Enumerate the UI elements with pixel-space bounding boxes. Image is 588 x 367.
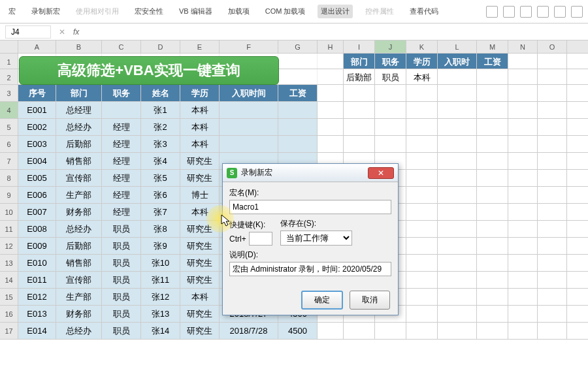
desc-input[interactable]: [229, 262, 391, 276]
cell-A6[interactable]: E003: [18, 136, 56, 152]
row-header-10[interactable]: 10: [0, 204, 18, 220]
cell-D14[interactable]: 张11: [141, 272, 180, 288]
cell-B17[interactable]: 总经办: [56, 323, 102, 339]
cell-B12[interactable]: 后勤部: [56, 238, 102, 254]
cell-H2[interactable]: [318, 69, 344, 84]
cell-C16[interactable]: 职员: [102, 306, 141, 322]
cell-O16[interactable]: [538, 306, 567, 322]
cell-J17[interactable]: [375, 323, 406, 339]
cell-K17[interactable]: [406, 323, 438, 339]
cell-M9[interactable]: [477, 187, 508, 203]
formula-input[interactable]: [87, 25, 583, 39]
cell-B6[interactable]: 后勤部: [56, 136, 102, 152]
ribbon-vb-editor[interactable]: VB 编辑器: [176, 5, 216, 18]
cell-I5[interactable]: [344, 119, 375, 135]
cell-D10[interactable]: 张7: [141, 204, 180, 220]
cell-J5[interactable]: [375, 119, 406, 135]
cell-B13[interactable]: 销售部: [56, 255, 102, 271]
cell-K5[interactable]: [406, 119, 438, 135]
cell-N10[interactable]: [508, 204, 538, 220]
select-all-corner[interactable]: [0, 40, 18, 53]
col-header-I[interactable]: I: [344, 40, 375, 53]
cell-N13[interactable]: [508, 255, 538, 271]
cell-L14[interactable]: [438, 272, 477, 288]
cell-O1[interactable]: [538, 54, 567, 69]
cell-M14[interactable]: [477, 272, 508, 288]
cell-E4[interactable]: 本科: [180, 102, 220, 118]
cancel-icon[interactable]: ✕: [59, 27, 65, 37]
cell-E14[interactable]: 研究生: [180, 272, 220, 288]
cell-E16[interactable]: 研究生: [180, 306, 220, 322]
cell-M6[interactable]: [477, 136, 508, 152]
cell-K2[interactable]: 本科: [406, 69, 438, 84]
cell-L6[interactable]: [438, 136, 477, 152]
cell-K7[interactable]: [406, 153, 438, 169]
cell-N8[interactable]: [508, 170, 538, 186]
cell-A7[interactable]: E004: [18, 153, 56, 169]
cell-C5[interactable]: 经理: [102, 119, 141, 135]
ribbon-addins[interactable]: 加载项: [225, 5, 253, 18]
macro-name-input[interactable]: [229, 200, 391, 214]
cell-I3[interactable]: [344, 85, 375, 101]
cell-H4[interactable]: [318, 102, 344, 118]
row-header-7[interactable]: 7: [0, 153, 18, 169]
cell-C6[interactable]: 经理: [102, 136, 141, 152]
cell-A12[interactable]: E009: [18, 238, 56, 254]
ribbon-macro[interactable]: 宏: [5, 5, 19, 18]
cell-A8[interactable]: E005: [18, 170, 56, 186]
col-header-C[interactable]: C: [102, 40, 141, 53]
cell-M3[interactable]: [477, 85, 508, 101]
cell-A9[interactable]: E006: [18, 187, 56, 203]
cell-B14[interactable]: 宣传部: [56, 272, 102, 288]
cell-G4[interactable]: [278, 102, 318, 118]
cell-O9[interactable]: [538, 187, 567, 203]
dialog-close-button[interactable]: ✕: [368, 167, 394, 179]
cell-N3[interactable]: [508, 85, 538, 101]
cell-A10[interactable]: E007: [18, 204, 56, 220]
cell-O10[interactable]: [538, 204, 567, 220]
cell-A4[interactable]: E001: [18, 102, 56, 118]
view-icon-2[interactable]: [503, 6, 515, 18]
cell-C15[interactable]: 职员: [102, 289, 141, 305]
row-header-17[interactable]: 17: [0, 323, 18, 339]
cell-F3[interactable]: 入职时间: [220, 85, 278, 101]
cell-G5[interactable]: [278, 119, 318, 135]
col-header-A[interactable]: A: [18, 40, 56, 53]
view-icon-1[interactable]: [486, 6, 498, 18]
cell-E5[interactable]: 本科: [180, 119, 220, 135]
cell-E8[interactable]: 研究生: [180, 170, 220, 186]
cell-E17[interactable]: 研究生: [180, 323, 220, 339]
cell-D3[interactable]: 姓名: [141, 85, 180, 101]
cell-L12[interactable]: [438, 238, 477, 254]
cell-D4[interactable]: 张1: [141, 102, 180, 118]
cell-M13[interactable]: [477, 255, 508, 271]
cell-N17[interactable]: [508, 323, 538, 339]
cell-G2[interactable]: [278, 69, 318, 84]
row-header-9[interactable]: 9: [0, 187, 18, 203]
shortcut-input[interactable]: [249, 232, 272, 246]
ribbon-view-code[interactable]: 查看代码: [406, 5, 442, 18]
cell-M7[interactable]: [477, 153, 508, 169]
row-header-15[interactable]: 15: [0, 289, 18, 305]
cell-O12[interactable]: [538, 238, 567, 254]
cell-K8[interactable]: [406, 170, 438, 186]
row-header-11[interactable]: 11: [0, 221, 18, 237]
cell-L16[interactable]: [438, 306, 477, 322]
row-header-12[interactable]: 12: [0, 238, 18, 254]
cell-A14[interactable]: E011: [18, 272, 56, 288]
cell-B8[interactable]: 宣传部: [56, 170, 102, 186]
col-header-B[interactable]: B: [56, 40, 102, 53]
cell-K13[interactable]: [406, 255, 438, 271]
cell-K15[interactable]: [406, 289, 438, 305]
cell-I17[interactable]: [344, 323, 375, 339]
cell-M5[interactable]: [477, 119, 508, 135]
dialog-titlebar[interactable]: S 录制新宏 ✕: [223, 164, 398, 182]
cell-O2[interactable]: [538, 69, 567, 84]
ribbon-record-macro[interactable]: 录制新宏: [28, 5, 63, 18]
cell-O11[interactable]: [538, 221, 567, 237]
cell-M16[interactable]: [477, 306, 508, 322]
cell-G3[interactable]: 工资: [278, 85, 318, 101]
col-header-O[interactable]: O: [538, 40, 567, 53]
cell-O17[interactable]: [538, 323, 567, 339]
row-header-13[interactable]: 13: [0, 255, 18, 271]
